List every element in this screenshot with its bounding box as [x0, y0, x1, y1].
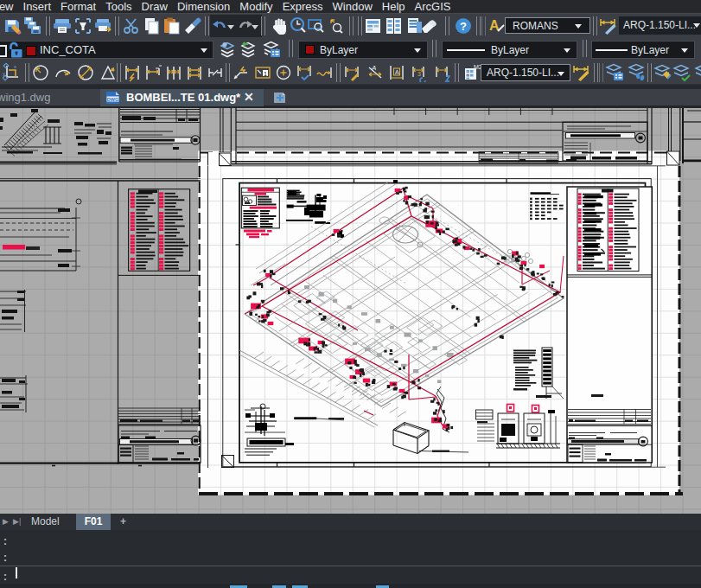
svg-text:1: 1: [264, 71, 267, 77]
svg-text:3: 3: [417, 71, 421, 77]
svg-text:?: ?: [460, 20, 467, 33]
svg-text:x: x: [14, 64, 16, 69]
svg-text:y: y: [3, 71, 5, 76]
svg-text:A: A: [371, 64, 376, 72]
svg-text:A: A: [395, 69, 399, 75]
svg-text:DWG: DWG: [107, 97, 118, 102]
